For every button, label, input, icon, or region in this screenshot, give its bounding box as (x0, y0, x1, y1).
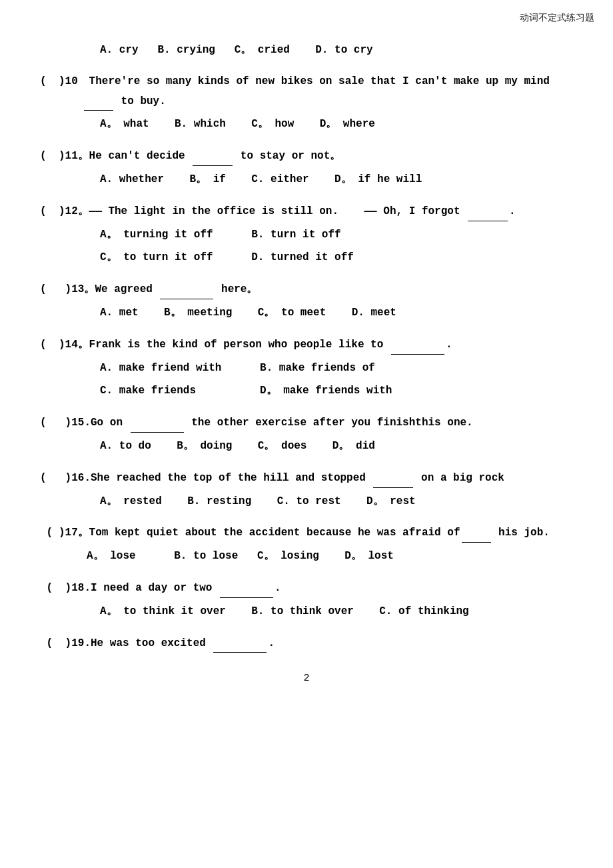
q19-num: )19. (65, 634, 91, 653)
q15-text: Go on the other exercise after you finis… (91, 413, 573, 433)
q18-text: I need a day or two . (91, 578, 573, 598)
q17-options: A。 lose B. to lose C。 losing D。 lost (87, 547, 573, 566)
question-13: ( )13。 We agreed here。 A. met B。 meeting… (40, 279, 573, 323)
q16-num: )16. (65, 469, 91, 488)
page-number: 2 (40, 673, 573, 684)
q10-continuation: to buy. (83, 91, 573, 111)
q13-close (59, 280, 65, 299)
q16-blank (373, 468, 413, 488)
q13-num: )13。 (65, 280, 95, 299)
question-18-line: ( )18. I need a day or two . (40, 578, 573, 598)
question-13-line: ( )13。 We agreed here。 (40, 279, 573, 299)
q14-text: Frank is the kind of person who people l… (89, 335, 573, 355)
q16-paren-open: ( (40, 469, 59, 488)
q17-blank (462, 523, 491, 543)
q17-paren-open: ( (40, 523, 59, 543)
q19-paren-open: ( (40, 634, 59, 653)
q13-paren-open: ( (40, 280, 59, 299)
question-11-line: ( ) 11。 He can't decide to stay or not。 (40, 146, 573, 166)
q18-options: A。 to think it over B. to think over C. … (100, 602, 573, 621)
question-19: ( )19. He was too excited . (40, 633, 573, 653)
q12-paren-open: ( (40, 202, 59, 221)
q18-num: )18. (65, 579, 91, 598)
q14-options-line2: C. make friends D。 make friends with (100, 381, 573, 401)
q19-blank (213, 633, 267, 653)
q11-close: ) (59, 147, 65, 166)
question-10-line: ( ) 10 There're so many kinds of new bik… (40, 72, 573, 91)
q11-options: A. whether B。 if C. either D。 if he will (100, 170, 573, 189)
q17-num: 17。 (65, 523, 89, 543)
q13-text: We agreed here。 (95, 279, 573, 299)
question-17-line: ( ) 17。 Tom kept quiet about the acciden… (40, 523, 573, 543)
question-16: ( )16. She reached the top of the hill a… (40, 468, 573, 511)
q11-paren-open: ( (40, 147, 59, 166)
q17-text: Tom kept quiet about the accident becaus… (89, 523, 573, 543)
question-15: ( )15. Go on the other exercise after yo… (40, 413, 573, 456)
q12-text: —— The light in the office is still on. … (89, 201, 573, 221)
q15-blank (131, 413, 184, 433)
q12-options-line1: A。 turning it off B. turn it off (100, 225, 573, 245)
q14-num: 14。 (65, 335, 89, 355)
question-17: ( ) 17。 Tom kept quiet about the acciden… (40, 523, 573, 566)
q16-text: She reached the top of the hill and stop… (91, 468, 573, 488)
question-15-line: ( )15. Go on the other exercise after yo… (40, 413, 573, 433)
question-11: ( ) 11。 He can't decide to stay or not。 … (40, 146, 573, 189)
question-16-line: ( )16. She reached the top of the hill a… (40, 468, 573, 488)
q10-options: A。 what B. which C。 how D。 where (100, 115, 573, 134)
content-area: A. cry B. crying C。 cried D. to cry ( ) … (0, 0, 613, 724)
q12-options-line2: C。 to turn it off D. turned it off (100, 248, 573, 267)
q13-blank (160, 279, 213, 299)
question-cry-options: A. cry B. crying C。 cried D. to cry (40, 41, 573, 60)
page-title: 动词不定式练习题 (520, 12, 594, 24)
q15-options: A. to do B。 doing C。 does D。 did (100, 437, 573, 456)
q11-num: 11。 (65, 147, 89, 166)
q12-num: 12。 (65, 202, 89, 221)
question-14: ( ) 14。 Frank is the kind of person who … (40, 335, 573, 401)
q10-close: ) (59, 72, 65, 91)
q18-blank (220, 578, 273, 598)
q10-text: There're so many kinds of new bikes on s… (89, 72, 573, 91)
q15-close (59, 413, 65, 433)
q10-num: 10 (65, 72, 89, 91)
q11-text: He can't decide to stay or not。 (89, 146, 573, 166)
question-19-line: ( )19. He was too excited . (40, 633, 573, 653)
question-10: ( ) 10 There're so many kinds of new bik… (40, 72, 573, 134)
q19-text: He was too excited . (91, 633, 573, 653)
question-12-line: ( ) 12。 —— The light in the office is st… (40, 201, 573, 221)
q14-blank (391, 335, 444, 355)
q13-options: A. met B。 meeting C。 to meet D. meet (100, 303, 573, 323)
options-cry: A. cry B. crying C。 cried D. to cry (100, 41, 573, 60)
q15-paren-open: ( (40, 413, 59, 433)
q10-paren-open: ( (40, 72, 59, 91)
q18-paren-open: ( (40, 579, 59, 598)
q14-paren-open: ( (40, 335, 59, 355)
question-12: ( ) 12。 —— The light in the office is st… (40, 201, 573, 267)
q18-close (59, 579, 65, 598)
question-14-line: ( ) 14。 Frank is the kind of person who … (40, 335, 573, 355)
question-18: ( )18. I need a day or two . A。 to think… (40, 578, 573, 621)
q16-options: A。 rested B. resting C. to rest D。 rest (100, 492, 573, 511)
q17-close: ) (59, 523, 65, 543)
q12-close: ) (59, 202, 65, 221)
q12-blank (468, 201, 508, 221)
q14-options-line1: A. make friend with B. make friends of (100, 359, 573, 378)
q11-blank (193, 146, 233, 166)
q14-close: ) (59, 335, 65, 355)
q15-num: )15. (65, 413, 91, 433)
q16-close (59, 469, 65, 488)
q19-close (59, 634, 65, 653)
q10-blank (84, 91, 113, 111)
